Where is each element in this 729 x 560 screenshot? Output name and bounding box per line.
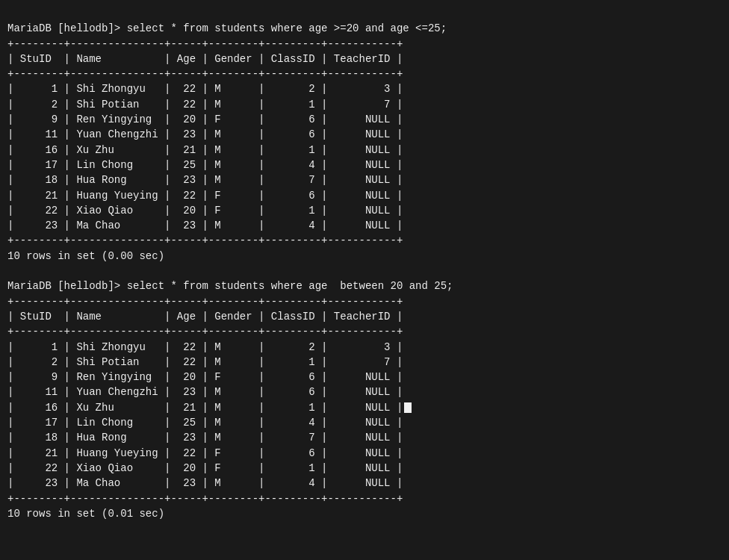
table2-border-mid: +--------+---------------+-----+--------… — [7, 326, 403, 337]
table1-row2: | 2 | Shi Potian | 22 | M | 1 | 7 | — [7, 99, 403, 111]
table1-row4: | 11 | Yuan Chengzhi | 23 | M | 6 | NULL… — [7, 128, 403, 140]
table2-border-bot: +--------+---------------+-----+--------… — [7, 493, 403, 505]
table1-row5: | 16 | Xu Zhu | 21 | M | 1 | NULL | — [7, 144, 403, 156]
table1-row7: | 18 | Hua Rong | 23 | M | 7 | NULL | — [7, 174, 403, 186]
table2-row7: | 18 | Hua Rong | 23 | M | 7 | NULL | — [7, 432, 403, 444]
table1-row1: | 1 | Shi Zhongyu | 22 | M | 2 | 3 | — [7, 83, 403, 95]
table2-row6: | 17 | Lin Chong | 25 | M | 4 | NULL | — [7, 417, 403, 429]
table2-row5: | 16 | Xu Zhu | 21 | M | 1 | NULL | — [7, 402, 412, 414]
table1-row6: | 17 | Lin Chong | 25 | M | 4 | NULL | — [7, 159, 403, 171]
table1-border-mid: +--------+---------------+-----+--------… — [7, 68, 403, 80]
table2-row8: | 21 | Huang Yueying | 22 | F | 6 | NULL… — [7, 447, 403, 459]
table2-row10: | 23 | Ma Chao | 23 | M | 4 | NULL | — [7, 477, 403, 489]
table2-row4: | 11 | Yuan Chengzhi | 23 | M | 6 | NULL… — [7, 386, 403, 398]
table1-border-bot: +--------+---------------+-----+--------… — [7, 234, 403, 246]
result1-summary: 10 rows in set (0.00 sec) — [7, 250, 164, 262]
table1-row10: | 23 | Ma Chao | 23 | M | 4 | NULL | — [7, 220, 403, 231]
table1-header: | StuID | Name | Age | Gender | ClassID … — [7, 53, 403, 65]
table1-border-top: +--------+---------------+-----+--------… — [7, 38, 403, 50]
table2-row3: | 9 | Ren Yingying | 20 | F | 6 | NULL | — [7, 371, 403, 383]
table2-header: | StuID | Name | Age | Gender | ClassID … — [7, 311, 403, 323]
table2-row2: | 2 | Shi Potian | 22 | M | 1 | 7 | — [7, 356, 403, 368]
table2-border-top: +--------+---------------+-----+--------… — [7, 296, 403, 308]
table1-row3: | 9 | Ren Yingying | 20 | F | 6 | NULL | — [7, 113, 403, 125]
table2-row1: | 1 | Shi Zhongyu | 22 | M | 2 | 3 | — [7, 341, 403, 353]
result2-summary: 10 rows in set (0.01 sec) — [7, 508, 164, 520]
cursor-block — [404, 402, 412, 413]
query2-prompt: MariaDB [hellodb]> select * from student… — [7, 280, 453, 292]
table1-row8: | 21 | Huang Yueying | 22 | F | 6 | NULL… — [7, 190, 403, 202]
query1-prompt: MariaDB [hellodb]> select * from student… — [7, 22, 447, 34]
table1-row9: | 22 | Xiao Qiao | 20 | F | 1 | NULL | — [7, 205, 403, 217]
terminal-output: MariaDB [hellodb]> select * from student… — [7, 6, 722, 521]
table2-row9: | 22 | Xiao Qiao | 20 | F | 1 | NULL | — [7, 462, 403, 474]
